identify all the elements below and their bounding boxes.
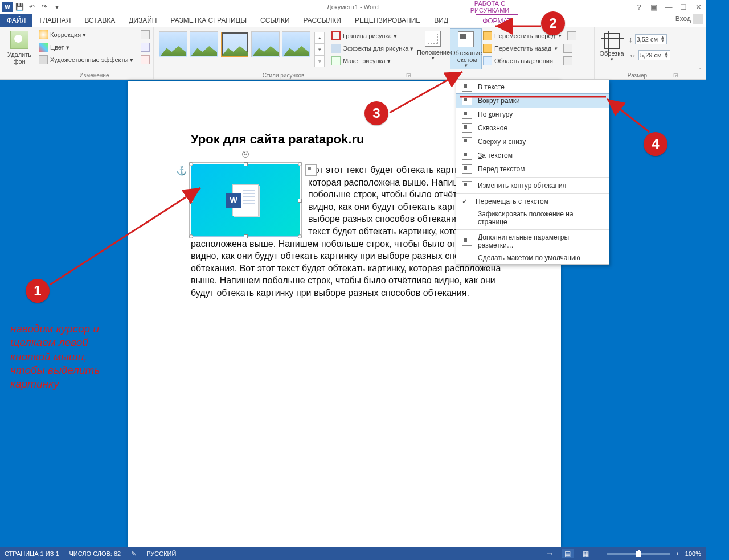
- crop-button[interactable]: Обрезка▾: [598, 31, 625, 63]
- annotation-hint-1: наводим курсор и щелкаем левой кнопкой м…: [10, 322, 124, 392]
- menu-front[interactable]: Перед текстом: [456, 162, 609, 176]
- size-dialog-launcher[interactable]: ◲: [672, 71, 679, 78]
- rotate-handle[interactable]: [242, 151, 249, 158]
- group-label-size: Размер: [595, 72, 680, 79]
- status-language[interactable]: РУССКИЙ: [146, 550, 176, 557]
- height-value: 3,52 см: [637, 36, 658, 43]
- tab-design[interactable]: ДИЗАЙН: [122, 14, 163, 27]
- redo-button[interactable]: ↷: [39, 1, 50, 13]
- align-icon[interactable]: [567, 31, 576, 40]
- view-print-layout[interactable]: ▤: [562, 549, 574, 558]
- status-page[interactable]: СТРАНИЦА 1 ИЗ 1: [5, 550, 59, 557]
- view-web-layout[interactable]: ▦: [580, 549, 592, 558]
- gallery-scroll[interactable]: ▴▾▿: [314, 32, 325, 67]
- picture-effects-icon: [331, 44, 341, 53]
- menu-edit-wrap-points[interactable]: Изменить контур обтекания: [456, 179, 609, 192]
- zoom-out-button[interactable]: −: [598, 550, 601, 557]
- tab-mailings[interactable]: РАССЫЛКИ: [297, 14, 348, 27]
- contextual-tab-label: РАБОТА С РИСУНКАМИ: [456, 0, 524, 14]
- menu-set-default[interactable]: Сделать макетом по умолчанию: [456, 252, 609, 264]
- close-icon[interactable]: ✕: [693, 3, 703, 11]
- selection-pane-button[interactable]: Область выделения: [494, 57, 553, 64]
- undo-button[interactable]: ↶: [26, 1, 38, 13]
- corrections-button[interactable]: Коррекция ▾: [50, 31, 86, 39]
- inline-icon: [462, 83, 472, 92]
- remove-background-button[interactable]: Удалить фон: [3, 28, 35, 65]
- tab-file[interactable]: ФАЙЛ: [0, 14, 32, 27]
- compress-icon[interactable]: [141, 30, 150, 39]
- tab-home[interactable]: ГЛАВНАЯ: [32, 14, 77, 27]
- ribbon-display-icon[interactable]: ▣: [649, 3, 659, 11]
- bring-forward-button[interactable]: Переместить вперед: [494, 32, 555, 39]
- tab-page-layout[interactable]: РАЗМЕТКА СТРАНИЦЫ: [164, 14, 254, 27]
- resize-handle-tl[interactable]: [189, 162, 193, 166]
- picture-border-button[interactable]: Граница рисунка ▾: [343, 32, 397, 40]
- styles-dialog-launcher[interactable]: ◲: [405, 71, 412, 78]
- status-proofing-icon[interactable]: ✎: [131, 550, 136, 558]
- collapse-ribbon-button[interactable]: ˄: [699, 67, 702, 75]
- menu-move-with-text[interactable]: Перемещать с текстом: [456, 195, 609, 208]
- minimize-icon[interactable]: —: [664, 3, 674, 11]
- zoom-level[interactable]: 100%: [685, 550, 701, 557]
- window-title: Документ1 - Word: [327, 3, 379, 10]
- annotation-badge-2: 2: [541, 11, 565, 35]
- menu-through[interactable]: Сквозное: [456, 121, 609, 135]
- maximize-icon[interactable]: ☐: [678, 3, 689, 11]
- menu-tight[interactable]: По контуру: [456, 108, 609, 121]
- crop-icon: [604, 33, 620, 49]
- group-objects-icon[interactable]: [563, 44, 572, 53]
- picture-effects-button[interactable]: Эффекты для рисунка ▾: [343, 45, 413, 52]
- height-input[interactable]: 3,52 см▲▼: [635, 34, 667, 44]
- layout-options-button[interactable]: [305, 164, 317, 176]
- style-thumb-4[interactable]: [252, 32, 279, 57]
- status-word-count[interactable]: ЧИСЛО СЛОВ: 82: [69, 550, 121, 557]
- resize-handle-t[interactable]: [244, 162, 248, 166]
- picture-layout-button[interactable]: Макет рисунка ▾: [343, 57, 391, 65]
- resize-handle-br[interactable]: [298, 234, 302, 238]
- window-controls: ? ▣ — ☐ ✕: [634, 3, 703, 11]
- picture-layout-icon: [331, 56, 341, 65]
- style-thumb-2[interactable]: [190, 32, 218, 57]
- width-input[interactable]: 5,29 см▲▼: [638, 50, 670, 60]
- send-backward-button[interactable]: Переместить назад: [494, 45, 551, 52]
- resize-handle-tr[interactable]: [298, 162, 302, 166]
- front-icon: [462, 164, 472, 174]
- zoom-slider-thumb[interactable]: [636, 551, 641, 557]
- resize-handle-l[interactable]: [189, 199, 193, 203]
- resize-handle-bl[interactable]: [189, 234, 193, 238]
- rotate-icon[interactable]: [563, 56, 572, 65]
- picture-styles-gallery[interactable]: ▴▾▿: [157, 28, 327, 67]
- qat-customize[interactable]: ▾: [51, 1, 63, 13]
- resize-handle-b[interactable]: [244, 234, 248, 238]
- menu-behind[interactable]: За текстом: [456, 149, 609, 162]
- menu-square[interactable]: Вокруг рамки: [456, 93, 609, 108]
- menu-fix-position[interactable]: Зафиксировать положение на странице: [456, 208, 609, 228]
- tab-view[interactable]: ВИД: [427, 14, 455, 27]
- resize-handle-r[interactable]: [298, 199, 302, 203]
- position-button[interactable]: Положение▾: [417, 28, 449, 69]
- tab-review[interactable]: РЕЦЕНЗИРОВАНИЕ: [348, 14, 427, 27]
- menu-topbottom[interactable]: Сверху и снизу: [456, 135, 609, 149]
- zoom-slider[interactable]: [607, 553, 670, 555]
- style-thumb-5[interactable]: [282, 32, 310, 57]
- reset-picture-icon[interactable]: [141, 55, 150, 64]
- change-picture-icon[interactable]: [141, 43, 150, 52]
- tab-references[interactable]: ССЫЛКИ: [253, 14, 296, 27]
- help-icon[interactable]: ?: [634, 3, 644, 11]
- style-thumb-3[interactable]: [221, 32, 248, 57]
- selected-picture[interactable]: [191, 164, 300, 237]
- style-thumb-1[interactable]: [159, 32, 187, 57]
- view-read-mode[interactable]: ▭: [543, 549, 556, 558]
- menu-inline[interactable]: В тексте: [456, 80, 609, 94]
- group-picture-styles: ▴▾▿ Граница рисунка ▾ Эффекты для рисунк…: [154, 27, 413, 79]
- tab-format[interactable]: ФОРМАТ: [476, 14, 518, 27]
- save-button[interactable]: 💾: [14, 1, 25, 13]
- annotation-badge-3: 3: [364, 101, 388, 125]
- menu-more-layout[interactable]: Дополнительные параметры разметки…: [456, 231, 609, 252]
- zoom-in-button[interactable]: +: [675, 550, 679, 557]
- color-button[interactable]: Цвет ▾: [50, 44, 69, 51]
- wrap-text-button[interactable]: Обтекание текстом▾: [450, 28, 482, 69]
- tab-insert[interactable]: ВСТАВКА: [77, 14, 122, 27]
- artistic-effects-button[interactable]: Художественные эффекты ▾: [50, 56, 134, 64]
- account-login[interactable]: Вход: [675, 14, 703, 24]
